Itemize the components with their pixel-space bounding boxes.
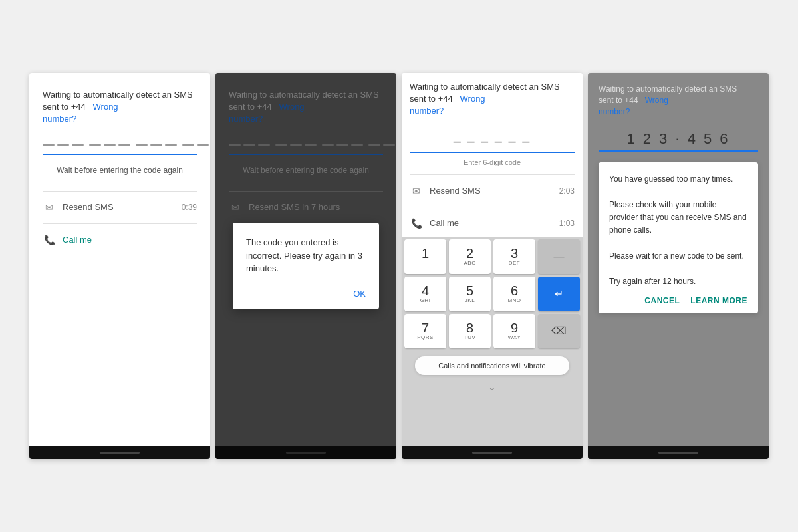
chevron-down[interactable]: ⌄ xyxy=(404,380,580,394)
home-bar xyxy=(29,446,210,459)
resend-row[interactable]: ✉ Resend SMS 0:39 xyxy=(43,194,197,221)
key-3[interactable]: 3 DEF xyxy=(493,239,535,274)
s4-wrong-link[interactable]: Wrong xyxy=(645,96,668,105)
input-underline xyxy=(43,154,197,155)
screen4-dialog: You have guessed too many times. Please … xyxy=(598,162,758,313)
number-link[interactable]: number? xyxy=(43,113,197,125)
error-dialog: The code you entered is incorrect. Pleas… xyxy=(233,223,379,309)
screen4-content: Waiting to automatically detect an SMS s… xyxy=(588,73,769,446)
s3-message-icon: ✉ xyxy=(410,184,423,198)
key-7[interactable]: 7 PQRS xyxy=(404,314,446,348)
s3-resend-row[interactable]: ✉ Resend SMS 2:03 xyxy=(410,178,575,204)
s4-home-indicator xyxy=(658,452,698,454)
screen4: Waiting to automatically detect an SMS s… xyxy=(588,73,769,459)
dialog-actions: OK xyxy=(246,286,366,301)
s4-para4: Try again after 12 hours. xyxy=(609,275,747,288)
key-1[interactable]: 1 xyxy=(404,239,446,274)
screen3: Waiting to automatically detect an SMS s… xyxy=(402,73,583,459)
screen1-content: Waiting to automatically detect an SMS s… xyxy=(29,73,210,446)
key-6[interactable]: 6 MNO xyxy=(493,277,535,311)
divider1 xyxy=(43,191,197,192)
s3-code-hint: Enter 6-digit code xyxy=(410,158,575,166)
phone-icon: 📞 xyxy=(43,233,56,247)
call-label: Call me xyxy=(63,235,197,245)
s3-phone: sent to +44 xyxy=(410,94,453,104)
wait-text: Wait before entering the code again xyxy=(43,166,197,175)
s3-call-label: Call me xyxy=(430,218,553,228)
divider2 xyxy=(43,223,197,224)
code-dots xyxy=(43,139,197,151)
cancel-button[interactable]: CANCEL xyxy=(644,296,680,305)
key-5[interactable]: 5 JKL xyxy=(449,277,491,311)
s4-para2: Please check with your mobile provider t… xyxy=(609,199,747,237)
s3-divider1 xyxy=(410,174,575,175)
notification-text: Calls and notifications will vibrate xyxy=(415,356,569,375)
s3-resend-label: Resend SMS xyxy=(430,186,553,196)
screen3-header: Waiting to automatically detect an SMS s… xyxy=(410,81,575,118)
call-row[interactable]: 📞 Call me xyxy=(43,227,197,253)
s3-call-timer: 1:03 xyxy=(559,219,575,228)
s3-wrong-link[interactable]: Wrong xyxy=(460,94,485,104)
key-2[interactable]: 2 ABC xyxy=(449,239,491,274)
message-icon: ✉ xyxy=(43,201,56,214)
s4-home-bar xyxy=(588,446,769,459)
key-minus[interactable]: — xyxy=(538,239,580,274)
learn-more-button[interactable]: LEARN MORE xyxy=(690,296,747,305)
s4-para3: Please wait for a new code to be sent. xyxy=(609,250,747,263)
wrong-link[interactable]: Wrong xyxy=(93,102,118,112)
key-backspace[interactable]: ⌫ xyxy=(538,314,580,348)
s3-home-bar xyxy=(402,446,583,459)
s3-home-indicator xyxy=(472,452,512,454)
s4-phone: sent to +44 xyxy=(598,96,638,105)
screen3-top: Waiting to automatically detect an SMS s… xyxy=(402,73,583,237)
header-phone: sent to +44 xyxy=(43,102,86,112)
home-indicator xyxy=(100,452,140,454)
keyboard-row-1: 1 2 ABC 3 DEF — xyxy=(404,239,580,274)
header-text-line1: Waiting to automatically detect an SMS xyxy=(43,90,193,100)
screen1: Waiting to automatically detect an SMS s… xyxy=(29,73,210,459)
screenshots-container: Waiting to automatically detect an SMS s… xyxy=(16,60,782,472)
dialog-ok-button[interactable]: OK xyxy=(353,286,366,301)
s4-number-link[interactable]: number? xyxy=(598,106,758,118)
key-enter[interactable]: ↵ xyxy=(538,277,580,311)
s3-header-line1: Waiting to automatically detect an SMS xyxy=(410,82,560,92)
resend-timer: 0:39 xyxy=(182,203,197,212)
notification-row: Calls and notifications will vibrate xyxy=(404,351,580,380)
screen1-header: Waiting to automatically detect an SMS s… xyxy=(43,89,197,126)
keyboard-row-3: 7 PQRS 8 TUV 9 WXY ⌫ xyxy=(404,314,580,348)
screen4-header: Waiting to automatically detect an SMS s… xyxy=(598,84,758,117)
s4-header-line1: Waiting to automatically detect an SMS xyxy=(598,84,737,94)
s3-number-link[interactable]: number? xyxy=(410,105,575,117)
dialog-overlay: The code you entered is incorrect. Pleas… xyxy=(215,73,396,459)
s4-dialog-actions: CANCEL LEARN MORE xyxy=(609,296,747,305)
key-9[interactable]: 9 WXY xyxy=(493,314,535,348)
s3-divider2 xyxy=(410,207,575,207)
s3-phone-icon: 📞 xyxy=(410,217,423,230)
dialog-text: The code you entered is incorrect. Pleas… xyxy=(246,236,366,275)
keyboard: 1 2 ABC 3 DEF — 4 GHI xyxy=(402,237,583,446)
key-8[interactable]: 8 TUV xyxy=(449,314,491,348)
screen2: Waiting to automatically detect an SMS s… xyxy=(215,73,396,459)
keyboard-row-2: 4 GHI 5 JKL 6 MNO ↵ xyxy=(404,277,580,311)
s3-resend-timer: 2:03 xyxy=(559,186,575,196)
digits-display: 1 2 3 · 4 5 6 xyxy=(598,130,758,152)
s4-para1: You have guessed too many times. xyxy=(609,173,747,186)
s3-code-input[interactable]: – – – – – – xyxy=(410,131,575,153)
s4-dialog-text: You have guessed too many times. Please … xyxy=(609,173,747,288)
resend-label: Resend SMS xyxy=(63,202,175,212)
key-4[interactable]: 4 GHI xyxy=(404,277,446,311)
s3-call-row[interactable]: 📞 Call me 1:03 xyxy=(410,210,575,237)
